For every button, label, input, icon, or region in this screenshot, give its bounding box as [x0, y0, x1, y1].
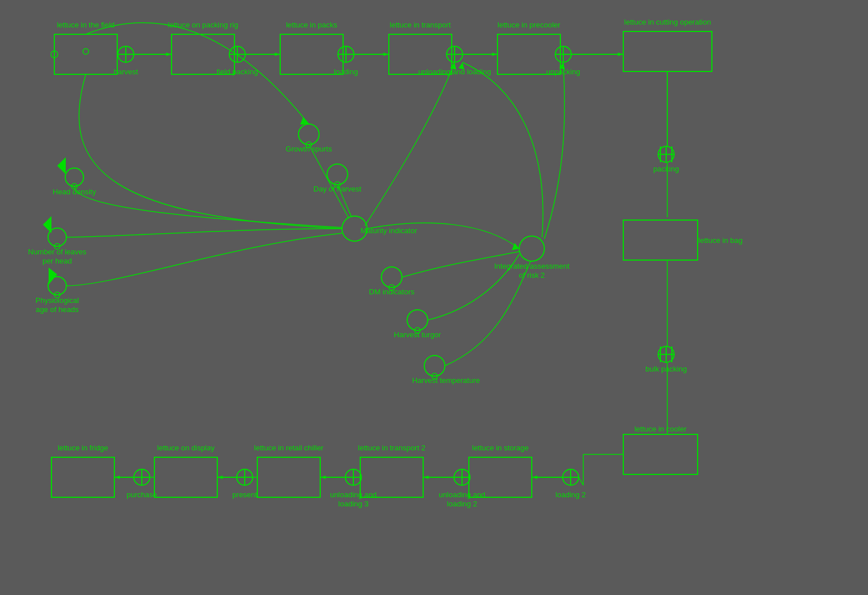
- diagram-canvas: [0, 0, 868, 595]
